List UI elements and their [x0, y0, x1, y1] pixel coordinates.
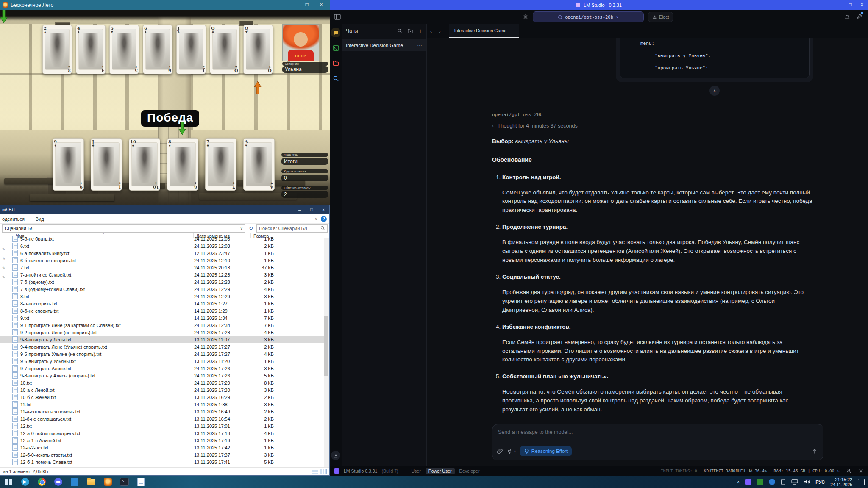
- playing-card[interactable]: 8♠8♠: [167, 138, 198, 191]
- file-row[interactable]: 9-7-проиграть Алисе.txt24.11.2025 17:263…: [0, 365, 324, 372]
- explorer-minimize-button[interactable]: –: [294, 205, 306, 214]
- game-close-button[interactable]: ×: [315, 0, 327, 10]
- model-selector[interactable]: openai/gpt-oss-20b ∨: [533, 11, 644, 22]
- nav-forward-icon[interactable]: ›: [435, 28, 444, 34]
- discover-tab-icon[interactable]: [331, 74, 340, 83]
- file-row[interactable]: 8.txt24.11.2025 12:293 КБ: [0, 293, 324, 300]
- file-row[interactable]: 10.txt24.11.2025 17:298 КБ: [0, 379, 324, 386]
- file-row[interactable]: 11-а-согласиться помочь.txt13.11.2025 16…: [0, 408, 324, 415]
- playing-card[interactable]: 9♦9♦: [53, 138, 84, 191]
- nav-back-icon[interactable]: ‹: [427, 28, 435, 34]
- user-profile-icon[interactable]: [846, 468, 851, 474]
- file-row[interactable]: 12-б-0-искать ответы.txt13.11.2025 17:37…: [0, 451, 324, 458]
- tray-app-icon-purple[interactable]: [745, 479, 751, 485]
- file-row[interactable]: 8-а-поспорить.txt14.11.2025 1:271 КБ: [0, 300, 324, 307]
- file-row[interactable]: 9-3-выиграть у Лены.txt13.11.2025 11:073…: [0, 336, 324, 343]
- chats-more-icon[interactable]: ⋯: [387, 28, 392, 34]
- taskbar-notepad-icon[interactable]: [136, 477, 146, 487]
- volume-icon[interactable]: [804, 479, 810, 485]
- game-minimize-button[interactable]: –: [287, 0, 298, 10]
- chat-item-more-icon[interactable]: ⋯: [417, 42, 423, 48]
- playing-card[interactable]: 4♦4♦: [76, 25, 106, 74]
- explorer-scrollbar[interactable]: [324, 238, 329, 467]
- file-row[interactable]: 6.txt24.11.2025 12:032 КБ: [0, 242, 324, 250]
- explorer-close-button[interactable]: ×: [317, 205, 329, 214]
- chat-list-item[interactable]: Interactive Decision Game ⋯: [342, 39, 426, 51]
- action-center-icon[interactable]: [858, 479, 865, 485]
- tray-app-icon-green[interactable]: [757, 479, 763, 485]
- playing-card[interactable]: 6♦6♦: [143, 25, 172, 74]
- file-row[interactable]: 7-в-(одному+ключи Слави).txt24.11.2025 1…: [0, 286, 324, 293]
- thumbnails-view-icon[interactable]: [320, 469, 327, 474]
- taskbar-terminal-icon[interactable]: >_: [119, 477, 129, 487]
- playing-card[interactable]: 2♠2♠: [42, 25, 72, 74]
- file-row[interactable]: 7-а-пойти со Славей.txt24.11.2025 12:283…: [0, 271, 324, 278]
- file-row[interactable]: 6-б-ничего не говорить.txt24.11.2025 12:…: [0, 257, 324, 264]
- file-row[interactable]: 9-1-проиграть Лене (за картами со Славей…: [0, 322, 324, 329]
- file-row[interactable]: 12-а-1-с Алисой.txt13.11.2025 17:191 КБ: [0, 437, 324, 444]
- taskbar-game-icon[interactable]: [103, 477, 113, 487]
- file-row[interactable]: 9-4-проиграть Лене (Ульяне) спорить.txt2…: [0, 343, 324, 350]
- file-row[interactable]: 5-б-не брать.txt24.11.2025 12:051 КБ: [0, 235, 324, 242]
- file-row[interactable]: 8-б-не спорить.txt14.11.2025 1:291 КБ: [0, 307, 324, 314]
- playing-card[interactable]: J♠J♠: [176, 25, 206, 74]
- my-models-tab-icon[interactable]: [331, 59, 340, 67]
- downloads-button[interactable]: [331, 451, 340, 460]
- file-row[interactable]: 11.txt14.11.2025 1:383 КБ: [0, 401, 324, 408]
- file-row[interactable]: 7-б-(одному).txt24.11.2025 12:282 КБ: [0, 278, 324, 286]
- settings-wrench-icon[interactable]: [856, 14, 862, 20]
- file-row[interactable]: 9-2-проиграть Лене (не спорить).txt24.11…: [0, 329, 324, 336]
- playing-card[interactable]: Q♣Q♣: [210, 25, 239, 74]
- taskbar-chrome-icon[interactable]: [36, 477, 47, 487]
- sort-ascending-icon[interactable]: ∧: [102, 232, 104, 235]
- notifications-bell-icon[interactable]: [844, 14, 850, 20]
- playing-card[interactable]: J♣J♣: [91, 138, 122, 191]
- settings-gear-icon[interactable]: [858, 468, 864, 474]
- file-row[interactable]: 10-а-с Леной.txt24.11.2025 17:303 КБ: [0, 386, 324, 394]
- taskbar-vscode-icon[interactable]: [70, 477, 80, 487]
- collapse-message-button[interactable]: ∧: [709, 86, 720, 96]
- mode-developer[interactable]: Developer: [456, 468, 483, 474]
- attach-file-icon[interactable]: [497, 448, 503, 454]
- help-icon[interactable]: ?: [321, 216, 327, 222]
- chat-tab[interactable]: Interactive Decision Game ⋯: [449, 24, 520, 38]
- refresh-icon[interactable]: ↻: [247, 225, 255, 231]
- sidebar-toggle-icon[interactable]: [334, 14, 341, 20]
- menu-view[interactable]: Вид: [36, 216, 44, 222]
- thought-toggle[interactable]: › Thought for 4 minutes 37 seconds: [492, 123, 813, 129]
- start-button[interactable]: [3, 477, 14, 487]
- phone-link-icon[interactable]: [781, 479, 786, 485]
- scrollbar-thumb[interactable]: [324, 316, 328, 376]
- file-row[interactable]: 12-б-1-помочь Славе.txt13.11.2025 17:415…: [0, 458, 324, 466]
- taskbar-explorer-icon[interactable]: [86, 477, 96, 487]
- taskbar-telegram-icon[interactable]: [20, 477, 30, 487]
- tab-more-icon[interactable]: ⋯: [510, 28, 515, 33]
- playing-card[interactable]: 10♠10♠: [129, 138, 160, 191]
- mode-user[interactable]: User: [409, 468, 424, 474]
- language-indicator[interactable]: РУС: [815, 480, 825, 485]
- playing-card[interactable]: A♥A♥: [243, 138, 275, 191]
- send-icon[interactable]: [812, 448, 818, 454]
- plugins-button[interactable]: ∧: [507, 449, 516, 454]
- chat-input[interactable]: Send a message to the model... ∧: [492, 424, 823, 460]
- file-row[interactable]: 10-б-с Женей.txt13.11.2025 16:292 КБ: [0, 394, 324, 401]
- menu-share[interactable]: оделиться: [2, 216, 25, 222]
- playing-card[interactable]: 7♣7♣: [205, 138, 236, 191]
- model-settings-gear-icon[interactable]: [523, 14, 529, 20]
- file-row[interactable]: 12.txt13.11.2025 17:011 КБ: [0, 422, 324, 430]
- taskbar-discord-icon[interactable]: [53, 477, 63, 487]
- mode-power-user[interactable]: Power User: [426, 468, 455, 474]
- game-maximize-button[interactable]: □: [301, 0, 313, 10]
- address-dropdown-icon[interactable]: ∨: [240, 226, 243, 230]
- file-row[interactable]: 9.txt14.11.2025 1:347 КБ: [0, 314, 324, 322]
- ribbon-collapse-icon[interactable]: ∨: [314, 217, 317, 221]
- chat-transcript[interactable]: menu:"выиграть у Ульяны":"проиграть Улья…: [427, 38, 868, 414]
- new-folder-icon[interactable]: [408, 28, 413, 33]
- file-row[interactable]: 6-а-похвалить книгу.txt12.11.2025 23:471…: [0, 250, 324, 257]
- address-field[interactable]: Сценарий БЛ ∨: [2, 224, 245, 233]
- file-row[interactable]: 7.txt24.11.2025 20:1337 КБ: [0, 264, 324, 271]
- network-icon[interactable]: [791, 479, 798, 485]
- new-chat-icon[interactable]: +: [419, 28, 422, 34]
- file-row[interactable]: 9-8-выиграть у Алисы (спорить).txt24.11.…: [0, 372, 324, 379]
- taskbar-clock[interactable]: 21:15:22 24.11.2025: [830, 477, 852, 487]
